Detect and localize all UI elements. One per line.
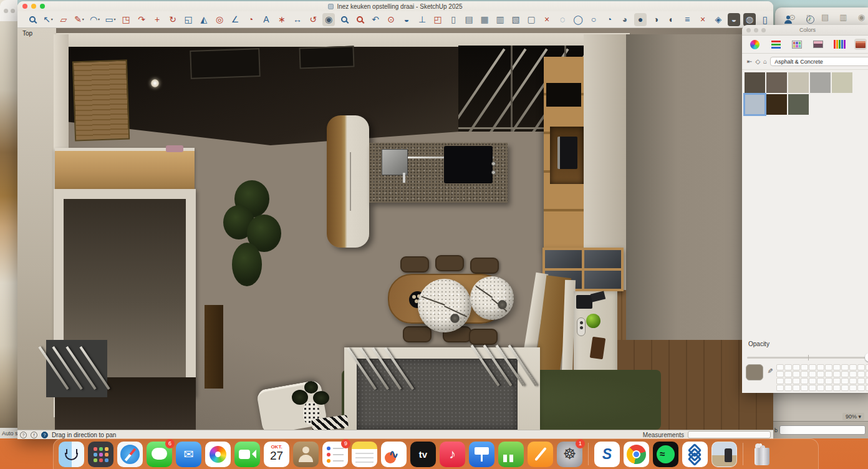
palette-well[interactable]: [849, 385, 857, 391]
model-info-tool-icon[interactable]: ▧: [509, 13, 522, 26]
axes-tool-icon[interactable]: ∗: [276, 13, 288, 26]
titlebar[interactable]: Inez keuken opstelling draai - SketchUp …: [17, 1, 773, 11]
dock-item-photos[interactable]: [205, 442, 231, 467]
palette-well[interactable]: [784, 385, 792, 391]
palette-well[interactable]: [776, 371, 784, 377]
palette-well[interactable]: [841, 378, 849, 384]
eraser-tool-icon[interactable]: ▱: [57, 13, 70, 26]
soften-edges-tool-icon[interactable]: ≡: [681, 13, 693, 26]
section-plane-tool-icon[interactable]: ◰: [432, 13, 444, 26]
palette-well[interactable]: [857, 364, 865, 370]
help-icon[interactable]: ?: [20, 432, 27, 438]
rotate-tool-icon[interactable]: ↻: [166, 13, 179, 26]
flip-tool-icon[interactable]: ◭: [198, 13, 210, 26]
add-account-button-icon[interactable]: [781, 13, 794, 26]
texture-swatch[interactable]: [766, 94, 787, 115]
dock-item-safari[interactable]: [117, 442, 143, 467]
palette-well[interactable]: [817, 378, 824, 384]
palette-well[interactable]: [817, 371, 824, 377]
palette-well[interactable]: [825, 371, 832, 377]
new-file-tool-icon[interactable]: ▯: [447, 13, 460, 26]
dimension-tool-icon[interactable]: ↔: [291, 13, 304, 26]
select-tool-icon[interactable]: ↖▾: [42, 13, 54, 26]
rectangle-tool-icon[interactable]: ▭▾: [104, 13, 117, 26]
new-model-button-icon[interactable]: ▯: [759, 13, 771, 26]
orbit-tool-icon[interactable]: ↺: [307, 13, 319, 26]
texture-swatch[interactable]: [745, 72, 765, 93]
dock-item-finder[interactable]: [59, 442, 84, 467]
slider-thumb[interactable]: [865, 353, 868, 362]
style-back-edges-icon[interactable]: ◯: [572, 13, 584, 26]
palette-well[interactable]: [817, 364, 824, 370]
palette-well[interactable]: [784, 371, 792, 377]
palette-well[interactable]: [833, 385, 841, 391]
arc-tool-icon[interactable]: ◠▾: [89, 13, 101, 26]
instructor-icon[interactable]: ?: [41, 432, 48, 438]
dock-item-spotify[interactable]: ≈: [653, 442, 678, 467]
style-hidden-line-icon[interactable]: ◔: [603, 13, 615, 26]
dock-item-launchpad[interactable]: [88, 442, 113, 467]
follow-me-tool-icon[interactable]: ↷: [135, 13, 148, 26]
dock-item-stack-app[interactable]: [682, 442, 708, 467]
palette-well[interactable]: [833, 378, 841, 384]
palette-well[interactable]: [866, 378, 868, 384]
dock-item-messages[interactable]: 6: [147, 442, 172, 467]
background-zoom-value[interactable]: 90% ▾: [842, 413, 864, 420]
palette-well[interactable]: [825, 378, 832, 384]
trimble-status-button-icon[interactable]: ✓: [804, 13, 816, 26]
palette-well[interactable]: [793, 371, 800, 377]
background-text-field[interactable]: [779, 425, 866, 435]
dock-item-trash[interactable]: [749, 442, 774, 467]
dock-item-sketchup-app[interactable]: S: [594, 442, 620, 467]
dock-item-pages[interactable]: [528, 442, 553, 467]
color-wheel-tab[interactable]: [748, 39, 761, 50]
palette-well[interactable]: [776, 364, 784, 370]
print-tool-icon[interactable]: ▥: [494, 13, 506, 26]
previous-view-tool-icon[interactable]: ↶: [369, 13, 382, 26]
text-tool-icon[interactable]: A: [260, 13, 272, 26]
palette-well[interactable]: [784, 378, 792, 384]
extension-tool-icon[interactable]: ▢: [525, 13, 538, 26]
style-monochrome-icon[interactable]: ◑: [650, 13, 662, 26]
palette-well[interactable]: [793, 364, 800, 370]
palette-well[interactable]: [857, 371, 865, 377]
palette-well[interactable]: [817, 385, 824, 391]
protractor-tool-icon[interactable]: ◔: [244, 13, 257, 26]
texture-swatch[interactable]: [788, 94, 809, 115]
pan-tool-icon[interactable]: ◉: [322, 13, 335, 26]
palette-well[interactable]: [809, 378, 816, 384]
style-xray-icon[interactable]: ◌: [556, 13, 569, 26]
dock-item-numbers[interactable]: [498, 442, 524, 467]
dock-item-keynote[interactable]: [469, 442, 494, 467]
color-sliders-tab[interactable]: [769, 39, 782, 50]
eyedropper-icon[interactable]: ✎: [766, 368, 774, 374]
open-file-tool-icon[interactable]: ▤: [463, 13, 475, 26]
palette-well[interactable]: [784, 364, 792, 370]
style-shaded-icon[interactable]: ◕: [619, 13, 631, 26]
line-tool-icon[interactable]: ✎▾: [73, 13, 85, 26]
texture-swatch[interactable]: [788, 72, 809, 93]
zoom-extents-tool-icon[interactable]: [354, 13, 366, 26]
palette-well[interactable]: [776, 378, 784, 384]
dock-item-chrome[interactable]: [624, 442, 649, 467]
colors-titlebar[interactable]: Colors: [742, 25, 868, 36]
zoom-tool-icon[interactable]: [338, 13, 350, 26]
color-palettes-tab[interactable]: [791, 39, 803, 50]
texture-swatch[interactable]: [810, 72, 831, 93]
push-pull-tool-icon[interactable]: ◳: [120, 13, 132, 26]
palette-well[interactable]: [841, 371, 849, 377]
forward-icon[interactable]: ◇: [755, 58, 760, 65]
palette-well[interactable]: [849, 364, 857, 370]
hide-similar-tool-icon[interactable]: ×: [697, 13, 709, 26]
look-around-tool-icon[interactable]: ◒: [400, 13, 413, 26]
palette-well[interactable]: [801, 371, 808, 377]
model-viewport[interactable]: Top: [17, 28, 773, 430]
fog-toggle-icon[interactable]: ◍: [743, 13, 756, 26]
scale-tool-icon[interactable]: ◱: [182, 13, 195, 26]
dock-item-facetime[interactable]: [234, 442, 260, 467]
search-tool-icon[interactable]: [26, 13, 39, 26]
collection-dropdown[interactable]: Asphalt & Concrete: [770, 57, 868, 66]
palette-well[interactable]: [809, 364, 816, 370]
pencils-tab[interactable]: [833, 39, 846, 50]
close-button[interactable]: [22, 4, 27, 9]
